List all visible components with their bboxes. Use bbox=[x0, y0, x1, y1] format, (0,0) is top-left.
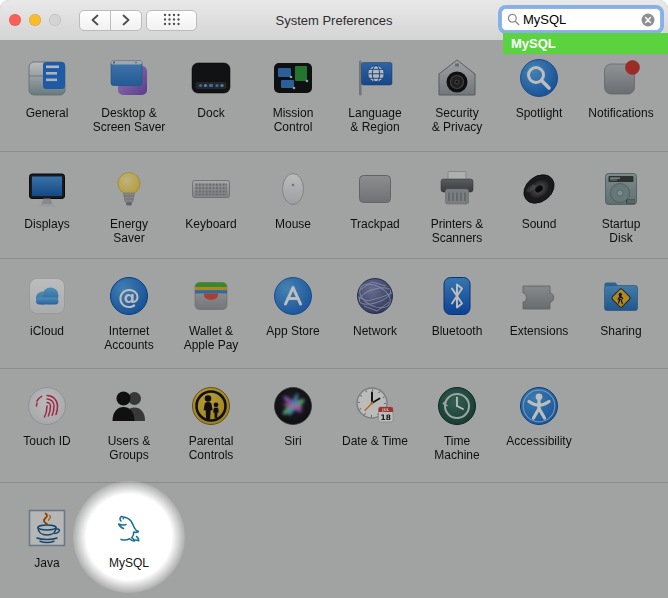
show-all-grid-icon bbox=[163, 12, 180, 30]
pane-users-groups[interactable]: Users & Groups bbox=[88, 369, 170, 482]
pane-label-parental-controls: Parental Controls bbox=[189, 434, 234, 462]
grid-row-1: GeneralDesktop & Screen SaverDockMission… bbox=[0, 41, 668, 151]
pane-displays[interactable]: Displays bbox=[6, 152, 88, 258]
pane-internet-accounts[interactable]: @Internet Accounts bbox=[88, 259, 170, 368]
internet-accounts-icon: @ bbox=[106, 273, 152, 319]
pane-notifications[interactable]: Notifications bbox=[580, 41, 662, 151]
pane-sound[interactable]: Sound bbox=[498, 152, 580, 258]
pane-label-accessibility: Accessibility bbox=[506, 434, 571, 448]
pane-app-store[interactable]: App Store bbox=[252, 259, 334, 368]
pane-time-machine[interactable]: Time Machine bbox=[416, 369, 498, 482]
zoom-button-disabled bbox=[49, 14, 61, 26]
pane-security-privacy[interactable]: Security & Privacy bbox=[416, 41, 498, 151]
mouse-icon bbox=[270, 166, 316, 212]
pane-sharing[interactable]: Sharing bbox=[580, 259, 662, 368]
siri-icon bbox=[270, 383, 316, 429]
svg-text:18: 18 bbox=[380, 413, 390, 422]
search-input[interactable] bbox=[520, 12, 641, 27]
keyboard-icon bbox=[188, 166, 234, 212]
pane-desktop-screen-saver[interactable]: Desktop & Screen Saver bbox=[88, 41, 170, 151]
pane-label-dock: Dock bbox=[197, 106, 224, 120]
back-button[interactable] bbox=[79, 10, 111, 31]
pane-icloud[interactable]: iCloud bbox=[6, 259, 88, 368]
window-title: System Preferences bbox=[275, 13, 392, 28]
pane-label-wallet-apple-pay: Wallet & Apple Pay bbox=[184, 324, 239, 352]
svg-text:@: @ bbox=[118, 284, 140, 309]
pane-label-network: Network bbox=[353, 324, 397, 338]
minimize-button[interactable] bbox=[29, 14, 41, 26]
pane-label-energy-saver: Energy Saver bbox=[110, 217, 148, 245]
extensions-icon bbox=[516, 273, 562, 319]
pane-mysql[interactable]: MySQL bbox=[88, 483, 170, 598]
grid-row-3: iCloud@Internet AccountsWallet & Apple P… bbox=[0, 258, 668, 368]
pane-label-mysql: MySQL bbox=[109, 556, 149, 570]
parental-controls-icon bbox=[188, 383, 234, 429]
pane-label-notifications: Notifications bbox=[588, 106, 653, 120]
startup-disk-icon bbox=[598, 166, 644, 212]
pane-parental-controls[interactable]: Parental Controls bbox=[170, 369, 252, 482]
pane-date-time[interactable]: JUL18Date & Time bbox=[334, 369, 416, 482]
pane-label-internet-accounts: Internet Accounts bbox=[104, 324, 153, 352]
pane-label-users-groups: Users & Groups bbox=[108, 434, 151, 462]
pane-label-bluetooth: Bluetooth bbox=[432, 324, 483, 338]
pane-label-displays: Displays bbox=[24, 217, 69, 231]
pane-label-date-time: Date & Time bbox=[342, 434, 408, 448]
clear-icon[interactable] bbox=[641, 13, 655, 27]
icloud-icon bbox=[24, 273, 70, 319]
displays-icon bbox=[24, 166, 70, 212]
pane-label-java: Java bbox=[34, 556, 59, 570]
pane-startup-disk[interactable]: Startup Disk bbox=[580, 152, 662, 258]
close-button[interactable] bbox=[9, 14, 21, 26]
network-icon bbox=[352, 273, 398, 319]
pane-mission-control[interactable]: Mission Control bbox=[252, 41, 334, 151]
search-field[interactable] bbox=[501, 8, 661, 31]
pane-label-printers-scanners: Printers & Scanners bbox=[431, 217, 484, 245]
pane-accessibility[interactable]: Accessibility bbox=[498, 369, 580, 482]
wallet-applepay-icon bbox=[188, 273, 234, 319]
pane-printers-scanners[interactable]: Printers & Scanners bbox=[416, 152, 498, 258]
system-preferences-window: System Preferences MySQL GeneralDesktop … bbox=[0, 0, 668, 598]
app-store-icon bbox=[270, 273, 316, 319]
pane-label-keyboard: Keyboard bbox=[185, 217, 236, 231]
accessibility-icon bbox=[516, 383, 562, 429]
pane-label-icloud: iCloud bbox=[30, 324, 64, 338]
trackpad-icon bbox=[352, 166, 398, 212]
date-time-icon: JUL18 bbox=[352, 383, 398, 429]
users-groups-icon bbox=[106, 383, 152, 429]
pane-mouse[interactable]: Mouse bbox=[252, 152, 334, 258]
pane-dock[interactable]: Dock bbox=[170, 41, 252, 151]
pane-label-sharing: Sharing bbox=[600, 324, 641, 338]
pane-label-desktop-screen-saver: Desktop & Screen Saver bbox=[93, 106, 166, 134]
pane-extensions[interactable]: Extensions bbox=[498, 259, 580, 368]
pane-language-region[interactable]: Language & Region bbox=[334, 41, 416, 151]
pane-keyboard[interactable]: Keyboard bbox=[170, 152, 252, 258]
pane-wallet-apple-pay[interactable]: Wallet & Apple Pay bbox=[170, 259, 252, 368]
search-suggestion-mysql[interactable]: MySQL bbox=[503, 33, 668, 54]
pane-touch-id[interactable]: Touch ID bbox=[6, 369, 88, 482]
forward-button[interactable] bbox=[110, 10, 142, 31]
back-icon bbox=[90, 12, 100, 30]
pane-java[interactable]: Java bbox=[6, 483, 88, 598]
time-machine-icon bbox=[434, 383, 480, 429]
pane-label-mouse: Mouse bbox=[275, 217, 311, 231]
pane-label-time-machine: Time Machine bbox=[434, 434, 479, 462]
pane-trackpad[interactable]: Trackpad bbox=[334, 152, 416, 258]
pane-spotlight[interactable]: Spotlight bbox=[498, 41, 580, 151]
printers-scanners-icon bbox=[434, 166, 480, 212]
dock-icon bbox=[188, 55, 234, 101]
pane-label-language-region: Language & Region bbox=[348, 106, 401, 134]
grid-row-5: JavaMySQL bbox=[0, 482, 668, 598]
java-icon bbox=[24, 505, 70, 551]
nav-buttons bbox=[79, 10, 142, 31]
show-all-button[interactable] bbox=[146, 10, 197, 31]
notifications-icon bbox=[598, 55, 644, 101]
pane-network[interactable]: Network bbox=[334, 259, 416, 368]
pane-general[interactable]: General bbox=[6, 41, 88, 151]
pane-bluetooth[interactable]: Bluetooth bbox=[416, 259, 498, 368]
pane-energy-saver[interactable]: Energy Saver bbox=[88, 152, 170, 258]
svg-text:JUL: JUL bbox=[381, 408, 389, 412]
pane-siri[interactable]: Siri bbox=[252, 369, 334, 482]
desktop-screensaver-icon bbox=[106, 55, 152, 101]
pane-label-startup-disk: Startup Disk bbox=[602, 217, 641, 245]
pane-label-trackpad: Trackpad bbox=[350, 217, 400, 231]
